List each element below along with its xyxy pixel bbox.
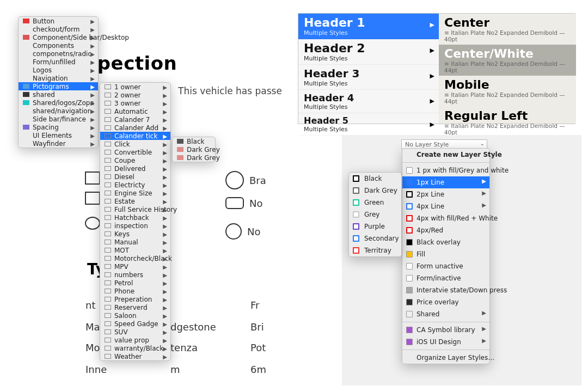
pictogram-icon	[105, 207, 111, 212]
text-style-group[interactable]: Header 3Multiple Styles▶	[298, 65, 439, 90]
menu-item-label: Wayfinder	[33, 140, 66, 148]
menu-item-label: Hatchback	[114, 214, 149, 222]
menu-item[interactable]: Components▶	[19, 41, 98, 50]
menu-item[interactable]: 2 owner▶	[100, 91, 170, 99]
layer-style-item[interactable]: Shared▶	[402, 308, 489, 320]
menu-item[interactable]: Coupe▶	[100, 156, 170, 164]
layer-style-item[interactable]: Interatvie state/Down press	[402, 284, 489, 296]
color-item[interactable]: Green	[349, 197, 401, 209]
menu-item[interactable]: Keys▶	[100, 230, 170, 238]
text-style-variant[interactable]: Regular Left≡ Italian Plate No2 Expanded…	[439, 107, 576, 138]
swatch-icon	[406, 299, 413, 305]
menu-item[interactable]: Saloon▶	[100, 311, 170, 320]
menu-item[interactable]: Engine Size▶	[100, 189, 170, 197]
layer-style-item[interactable]: Form unactive	[402, 260, 489, 272]
menu-item[interactable]: Weather▶	[100, 352, 170, 360]
menu-item[interactable]: Shared/logos/Zopa▶	[19, 99, 98, 107]
menu-item[interactable]: Petrol▶	[100, 279, 170, 287]
layer-style-item[interactable]: Form/inactive	[402, 272, 489, 284]
menu-item[interactable]: value prop▶	[100, 336, 170, 344]
swatch-icon	[406, 275, 413, 281]
menu-item[interactable]: Calander Add▶	[100, 124, 170, 132]
text-style-group[interactable]: Header 4Multiple Styles▶	[298, 90, 439, 113]
menu-item[interactable]: Component/Side bar/Desktop▶	[19, 33, 98, 41]
menu-item[interactable]: Wayfinder▶	[19, 139, 98, 148]
menu-item[interactable]: Navigation▶	[19, 74, 98, 82]
menu-item[interactable]: MOT▶	[100, 246, 170, 254]
layer-style-item[interactable]: 4px/Red	[402, 224, 489, 236]
menu-item[interactable]: Delivered▶	[100, 164, 170, 173]
layer-style-item[interactable]: 4px with fill/Red + White	[402, 212, 489, 224]
menu-item[interactable]: Spacing▶	[19, 123, 98, 131]
menu-item[interactable]: numbers▶	[100, 271, 170, 279]
menu-item[interactable]: Electricty▶	[100, 181, 170, 189]
color-item[interactable]: Dark Grey	[349, 185, 401, 197]
color-item[interactable]: Black	[349, 173, 401, 185]
text-style-variant[interactable]: Center/White≡ Italian Plate No2 Expanded…	[439, 45, 576, 76]
menu-item[interactable]: Dark Grey	[173, 154, 215, 162]
menu-item[interactable]: Black	[173, 137, 215, 145]
menu-item[interactable]: Logos▶	[19, 66, 98, 74]
menu-item[interactable]: Automatic▶	[100, 107, 170, 115]
menu-item[interactable]: Click▶	[100, 140, 170, 148]
menu-item-label: numbers	[114, 271, 143, 279]
plugin-entry[interactable]: CA Symbol library▶	[402, 324, 489, 336]
layer-style-label: Interatvie state/Down press	[416, 286, 507, 294]
menu-item[interactable]: 1 owner▶	[100, 83, 170, 91]
menu-item[interactable]: checkout/form▶	[19, 25, 98, 33]
menu-item[interactable]: shared▶	[19, 90, 98, 99]
menu-item[interactable]: Calander tick▶	[100, 132, 170, 140]
menu-item[interactable]: Button▶	[19, 17, 98, 25]
menu-item[interactable]: UI Elements▶	[19, 131, 98, 139]
menu-item[interactable]: Dark Grey	[173, 145, 215, 154]
menu-item[interactable]: Pictograms▶	[19, 82, 98, 90]
chevron-right-icon: ▶	[90, 141, 95, 147]
menu-item[interactable]: 3 owner▶	[100, 99, 170, 107]
color-item[interactable]: Territray	[349, 244, 401, 256]
layer-style-item[interactable]: Fill	[402, 248, 489, 260]
color-item[interactable]: Grey	[349, 209, 401, 220]
menu-item[interactable]: Calander 7▶	[100, 115, 170, 124]
menu-item[interactable]: Hatchback▶	[100, 213, 170, 222]
layer-style-item[interactable]: 2px Line▶	[402, 188, 489, 200]
layer-style-item[interactable]: 1px Line▶	[402, 176, 489, 188]
layer-style-item[interactable]: 1 px with fill/Grey and white	[402, 164, 489, 176]
plugin-entry[interactable]: iOS UI Design▶	[402, 336, 489, 348]
menu-item[interactable]: Convertible▶	[100, 148, 170, 156]
menu-item[interactable]: Full Service History▶	[100, 205, 170, 213]
text-style-group[interactable]: Header 1Multiple Styles▶	[298, 14, 439, 39]
menu-item[interactable]: SUV▶	[100, 328, 170, 336]
menu-item[interactable]: componetns/radio▶	[19, 50, 98, 58]
menu-item[interactable]: Form/unfilled▶	[19, 58, 98, 66]
create-layer-style[interactable]: Create new Layer Style	[402, 149, 489, 161]
menu-item[interactable]: Preperation▶	[100, 295, 170, 303]
menu-item[interactable]: Manual▶	[100, 238, 170, 246]
text-style-variant[interactable]: Mobile≡ Italian Plate No2 Expanded Demib…	[439, 76, 576, 107]
text-style-subtitle: Multiple Styles	[304, 55, 433, 62]
menu-item[interactable]: Estate▶	[100, 197, 170, 205]
menu-item[interactable]: shared/navigation▶	[19, 107, 98, 115]
menu-item[interactable]: Phone▶	[100, 287, 170, 295]
layer-style-item[interactable]: Black overlay	[402, 236, 489, 248]
layer-style-label: 4px/Red	[416, 226, 443, 234]
text-style-variant[interactable]: Center≡ Italian Plate No2 Expanded Demib…	[439, 14, 576, 45]
menu-item[interactable]: Reserverd▶	[100, 303, 170, 311]
menu-item[interactable]: Motorcheck/Black▶	[100, 254, 170, 262]
menu-item-label: value prop	[114, 336, 149, 344]
layer-style-item[interactable]: 4px Line▶	[402, 200, 489, 212]
text-style-group[interactable]: Header 5Multiple Styles▶	[298, 113, 439, 136]
brakes-row: Bra	[225, 171, 266, 189]
menu-item[interactable]: Speed Gadge▶	[100, 320, 170, 328]
color-item[interactable]: Secondary	[349, 232, 401, 244]
menu-item[interactable]: Diesel▶	[100, 173, 170, 181]
menu-item-label: Petrol	[114, 279, 133, 287]
menu-item[interactable]: warranty/Black▶	[100, 344, 170, 352]
menu-item[interactable]: inspection▶	[100, 222, 170, 230]
text-style-group[interactable]: Header 2Multiple Styles▶	[298, 39, 439, 65]
pictogram-icon	[105, 264, 111, 269]
layer-style-item[interactable]: Price overlay	[402, 296, 489, 308]
menu-item[interactable]: MPV▶	[100, 262, 170, 271]
menu-item[interactable]: Side bar/finance▶	[19, 115, 98, 123]
color-item[interactable]: Purple	[349, 220, 401, 232]
organize-layer-styles[interactable]: Organize Layer Styles…	[402, 352, 489, 364]
